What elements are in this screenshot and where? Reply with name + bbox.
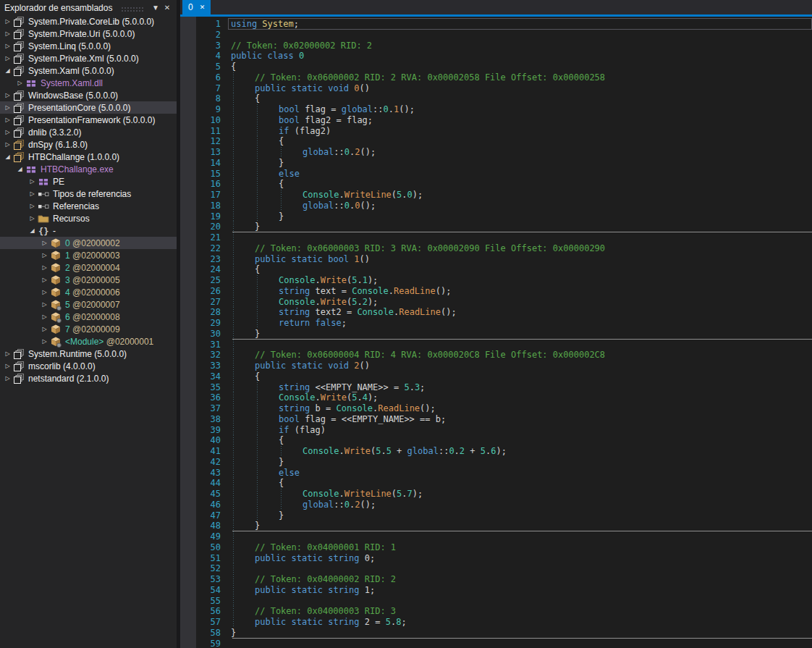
line-number[interactable]: 26 [196, 286, 221, 297]
expander-collapsed-icon[interactable]: ▷ [2, 30, 13, 37]
line-number[interactable]: 30 [196, 329, 221, 340]
line-number[interactable]: 2 [196, 30, 221, 41]
line-number[interactable]: 54 [196, 585, 221, 596]
tree-item[interactable]: ▷System.Private.CoreLib (5.0.0.0) [0, 15, 177, 28]
panel-menu-dropdown-icon[interactable]: ▼ [150, 4, 161, 12]
code-line[interactable]: 12{ [180, 136, 812, 147]
line-number[interactable]: 19 [196, 211, 221, 222]
tree-item[interactable]: ▷PresentationFramework (5.0.0.0) [0, 114, 177, 126]
line-number[interactable]: 21 [196, 232, 221, 243]
expander-collapsed-icon[interactable]: ▷ [39, 301, 50, 308]
line-number[interactable]: 16 [196, 179, 221, 190]
line-number[interactable]: 13 [196, 147, 221, 158]
line-number[interactable]: 59 [196, 639, 221, 648]
code-line[interactable]: 9bool flag = global::0.1(); [180, 104, 812, 115]
line-number[interactable]: 4 [196, 51, 221, 62]
tree-item[interactable]: ◢{}- [0, 224, 177, 237]
code-line[interactable]: 3// Token: 0x02000002 RID: 2 [180, 41, 812, 51]
code-line[interactable]: 50// Token: 0x04000001 RID: 1 [180, 542, 812, 553]
code-line[interactable]: 10bool flag2 = flag; [180, 115, 812, 126]
expander-collapsed-icon[interactable]: ▷ [2, 141, 13, 148]
code-line[interactable]: 45Console.WriteLine(5.7); [180, 489, 812, 500]
expander-collapsed-icon[interactable]: ▷ [39, 240, 50, 246]
tree-item[interactable]: ◢HTBChallange (1.0.0.0) [0, 151, 177, 163]
line-number[interactable]: 39 [196, 425, 221, 436]
line-number[interactable]: 27 [196, 297, 221, 308]
code-line[interactable]: 31 [180, 340, 812, 350]
code-line[interactable]: 55 [180, 596, 812, 607]
line-number[interactable]: 44 [196, 478, 221, 489]
expander-collapsed-icon[interactable]: ▷ [2, 117, 13, 123]
line-number[interactable]: 10 [196, 115, 221, 126]
code-line[interactable]: 42} [180, 457, 812, 468]
line-number[interactable]: 18 [196, 201, 221, 211]
line-number[interactable]: 47 [196, 510, 221, 521]
code-line[interactable]: 39if (flag) [180, 425, 812, 436]
panel-close-icon[interactable]: ✕ [161, 4, 173, 12]
expander-expanded-icon[interactable]: ◢ [27, 227, 38, 234]
tree-item[interactable]: ▷mscorlib (4.0.0.0) [0, 360, 177, 372]
tree-item[interactable]: ▷6 @02000008 [0, 311, 177, 323]
line-number[interactable]: 11 [196, 126, 221, 137]
assembly-tree[interactable]: ▷System.Private.CoreLib (5.0.0.0)▷System… [0, 15, 177, 648]
line-number[interactable]: 36 [196, 392, 221, 403]
tree-item[interactable]: ▷WindowsBase (5.0.0.0) [0, 89, 177, 101]
code-line[interactable]: 48} [180, 521, 812, 531]
code-line[interactable]: 19} [180, 211, 812, 222]
line-number[interactable]: 14 [196, 158, 221, 169]
line-number[interactable]: 29 [196, 318, 221, 329]
line-number[interactable]: 31 [196, 340, 221, 350]
line-number[interactable]: 51 [196, 553, 221, 564]
code-line[interactable]: 40{ [180, 435, 812, 446]
tree-item[interactable]: ▷1 @02000003 [0, 249, 177, 261]
code-line[interactable]: 7public static void 0() [180, 83, 812, 94]
tree-item[interactable]: ▷Referencias [0, 200, 177, 212]
tree-item[interactable]: ◢HTBChallange.exe [0, 163, 177, 175]
tree-item[interactable]: ▷System.Private.Uri (5.0.0.0) [0, 28, 177, 40]
code-line[interactable]: 38bool flag = <<EMPTY_NAME>> == b; [180, 414, 812, 425]
line-number[interactable]: 22 [196, 243, 221, 254]
expander-expanded-icon[interactable]: ◢ [2, 67, 13, 74]
code-line[interactable]: 54public static string 1; [180, 585, 812, 596]
expander-collapsed-icon[interactable]: ▷ [14, 80, 25, 86]
line-number[interactable]: 34 [196, 371, 221, 382]
expander-collapsed-icon[interactable]: ▷ [39, 277, 50, 283]
line-number[interactable]: 9 [196, 104, 221, 115]
line-number[interactable]: 7 [196, 83, 221, 94]
code-line[interactable]: 57public static string 2 = 5.8; [180, 617, 812, 628]
line-number[interactable]: 23 [196, 254, 221, 265]
code-line[interactable]: 37string b = Console.ReadLine(); [180, 403, 812, 414]
line-number[interactable]: 42 [196, 457, 221, 468]
code-line[interactable]: 11if (flag2) [180, 126, 812, 137]
code-line[interactable]: 44{ [180, 478, 812, 489]
tree-item[interactable]: ▷Tipos de referencias [0, 188, 177, 200]
code-line[interactable]: 43else [180, 468, 812, 479]
line-number[interactable]: 5 [196, 62, 221, 72]
code-line[interactable]: 16{ [180, 179, 812, 190]
expander-collapsed-icon[interactable]: ▷ [39, 338, 50, 345]
code-line[interactable]: 4public class 0 [180, 51, 812, 62]
line-number[interactable]: 57 [196, 617, 221, 628]
line-number[interactable]: 35 [196, 382, 221, 393]
expander-collapsed-icon[interactable]: ▷ [27, 215, 38, 222]
tree-item[interactable]: ▷<Module> @02000001 [0, 335, 177, 348]
code-line[interactable]: 22// Token: 0x06000003 RID: 3 RVA: 0x000… [180, 243, 812, 254]
expander-collapsed-icon[interactable]: ▷ [2, 375, 13, 382]
expander-collapsed-icon[interactable]: ▷ [39, 264, 50, 271]
code-line[interactable]: 18global::0.0(); [180, 201, 812, 211]
line-number[interactable]: 17 [196, 190, 221, 201]
tree-item[interactable]: ▷System.Xaml.dll [0, 77, 177, 89]
line-number[interactable]: 20 [196, 222, 221, 232]
line-number[interactable]: 53 [196, 574, 221, 585]
tree-item[interactable]: ▷Recursos [0, 212, 177, 224]
expander-expanded-icon[interactable]: ◢ [14, 166, 25, 172]
code-line[interactable]: 36Console.Write(5.4); [180, 392, 812, 403]
line-number[interactable]: 43 [196, 468, 221, 479]
document-tab[interactable]: 0 ✕ [182, 0, 211, 14]
line-number[interactable]: 52 [196, 563, 221, 574]
line-number[interactable]: 56 [196, 606, 221, 617]
tree-item[interactable]: ▷3 @02000005 [0, 274, 177, 286]
code-line[interactable]: 56// Token: 0x04000003 RID: 3 [180, 606, 812, 617]
expander-collapsed-icon[interactable]: ▷ [39, 252, 50, 258]
code-line[interactable]: 47} [180, 510, 812, 521]
